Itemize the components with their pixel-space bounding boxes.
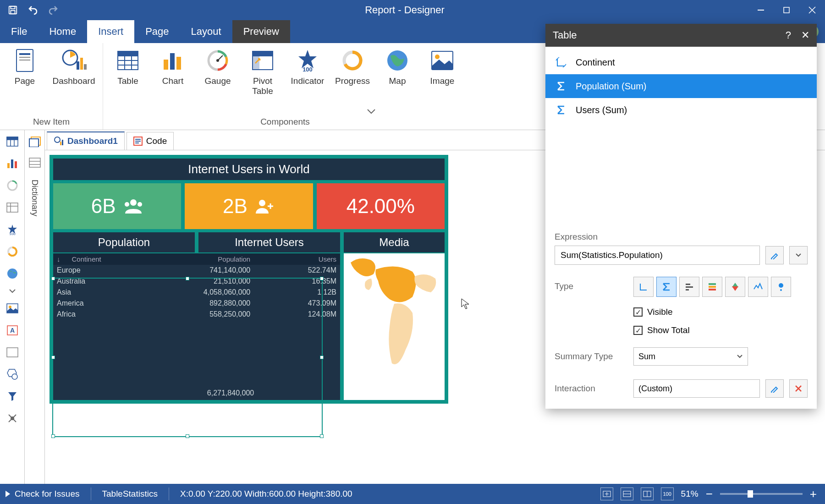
ribbon-dashboard[interactable]: Dashboard	[49, 43, 99, 86]
stats-table[interactable]: ↓ Continent Population Users Europe741,1…	[53, 253, 340, 400]
users-icon	[123, 198, 143, 214]
card-percent[interactable]: 42.00%	[317, 183, 445, 229]
view-mode-3[interactable]	[641, 488, 654, 500]
ribbon-map[interactable]: Map	[376, 43, 418, 96]
table-row[interactable]: Africa558,250,000124.08M	[53, 309, 340, 320]
field-list: Continent Population (Sum) Users (Sum)	[545, 47, 817, 126]
type-colorscale[interactable]	[702, 277, 722, 297]
tool-filter-icon[interactable]	[5, 389, 20, 404]
tab-insert[interactable]: Insert	[87, 20, 134, 43]
svg-marker-28	[298, 50, 317, 68]
visible-checkbox[interactable]: Visible	[633, 307, 673, 317]
svg-rect-73	[686, 284, 690, 285]
component-name: TableStatistics	[98, 489, 162, 499]
tool-progress-icon[interactable]	[5, 244, 20, 259]
panel-header[interactable]: Table ? ✕	[545, 24, 817, 47]
check-issues-button[interactable]: Check for Issues	[0, 489, 84, 499]
ribbon-image[interactable]: Image	[421, 43, 463, 96]
panel-help-icon[interactable]: ?	[786, 29, 791, 41]
panel-close-icon[interactable]: ✕	[801, 29, 809, 41]
field-users[interactable]: Users (Sum)	[545, 98, 817, 122]
ribbon-gauge[interactable]: Gauge	[197, 43, 239, 96]
view-mode-2[interactable]	[621, 488, 633, 500]
type-indicator[interactable]	[725, 277, 745, 297]
expression-dropdown-button[interactable]	[789, 246, 808, 264]
dictionary-tab[interactable]: Dictionary	[30, 176, 39, 216]
svg-rect-76	[709, 283, 716, 285]
ribbon-progress[interactable]: Progress	[331, 43, 374, 96]
redo-button[interactable]	[45, 2, 61, 18]
maximize-button[interactable]	[774, 0, 799, 20]
tool-globe-icon[interactable]	[5, 266, 20, 281]
tool-gauge-icon[interactable]	[5, 178, 20, 193]
undo-button[interactable]	[25, 2, 41, 18]
ribbon-pivot[interactable]: Pivot Table	[242, 43, 284, 96]
view-mode-4[interactable]: 100	[661, 488, 674, 500]
field-continent[interactable]: Continent	[545, 50, 817, 74]
field-population[interactable]: Population (Sum)	[545, 74, 817, 98]
tool-pivot-icon[interactable]	[5, 200, 20, 215]
doc-tab-code[interactable]: Code	[126, 132, 174, 150]
dashboard-title: Internet Users in World	[53, 159, 445, 180]
zoom-out-button[interactable]: −	[706, 487, 713, 501]
ribbon-table[interactable]: Table	[107, 43, 149, 96]
tool-more-icon[interactable]	[5, 288, 20, 294]
tool-panel-icon[interactable]	[5, 345, 20, 360]
ribbon-collapse-icon[interactable]	[367, 108, 376, 116]
type-sparkline[interactable]	[748, 277, 768, 297]
tool-chart-icon[interactable]	[5, 156, 20, 171]
map-component[interactable]	[344, 253, 445, 400]
summarytype-select[interactable]: Sum	[633, 347, 748, 366]
tool-table-icon[interactable]	[5, 134, 20, 149]
close-button[interactable]	[799, 0, 825, 20]
interaction-input[interactable]: (Custom)	[633, 379, 760, 398]
subhead-2: Media	[344, 232, 445, 252]
type-databars[interactable]	[679, 277, 699, 297]
type-bubble[interactable]	[771, 277, 791, 297]
svg-point-72	[259, 200, 265, 206]
doc-tab-dashboard[interactable]: Dashboard1	[47, 131, 125, 150]
tab-layout[interactable]: Layout	[180, 20, 232, 43]
dashboard-tab-icon	[54, 136, 64, 146]
view-mode-1[interactable]	[600, 488, 613, 500]
zoom-in-button[interactable]: +	[810, 487, 817, 501]
svg-rect-42	[7, 203, 18, 212]
card-population[interactable]: 6B	[53, 183, 181, 229]
table-row[interactable]: America892,880,000473.09M	[53, 298, 340, 309]
type-label: Type	[555, 281, 628, 291]
dashboard-surface[interactable]: Internet Users in World 6B 2B 42.00% Pop…	[50, 155, 448, 404]
tool-indicator-icon[interactable]: 100	[5, 222, 20, 237]
table-row[interactable]: Europe741,140,000522.74M	[53, 265, 340, 276]
user-add-icon	[255, 198, 275, 214]
zoom-slider[interactable]	[720, 493, 803, 495]
expression-edit-button[interactable]	[765, 246, 784, 264]
table-row[interactable]: Australia21,510,00016.35M	[53, 276, 340, 287]
showtotal-checkbox[interactable]: Show Total	[633, 325, 690, 335]
ribbon-indicator[interactable]: 100 Indicator	[286, 43, 329, 96]
card-users[interactable]: 2B	[185, 183, 313, 229]
tool-shape-icon[interactable]	[5, 367, 20, 382]
svg-rect-53	[7, 348, 18, 357]
tab-page[interactable]: Page	[134, 20, 180, 43]
tab-preview[interactable]: Preview	[232, 20, 290, 43]
dict-icon-2[interactable]	[27, 155, 43, 170]
interaction-clear-button[interactable]	[789, 379, 808, 398]
tool-text-icon[interactable]: A	[5, 323, 20, 338]
tool-image-icon[interactable]	[5, 301, 20, 316]
dict-icon-1[interactable]	[27, 134, 43, 149]
type-dimension[interactable]	[633, 277, 654, 297]
tool-settings-icon[interactable]	[5, 411, 20, 426]
ribbon-page[interactable]: Page	[4, 43, 46, 86]
tab-file[interactable]: File	[0, 20, 38, 43]
tab-home[interactable]: Home	[38, 20, 87, 43]
ribbon-chart[interactable]: Chart	[152, 43, 194, 96]
type-measure[interactable]	[656, 277, 676, 297]
interaction-edit-button[interactable]	[765, 379, 784, 398]
minimize-button[interactable]	[748, 0, 774, 20]
table-footer: 6,271,840,000	[53, 389, 340, 397]
table-row[interactable]: Asia4,058,060,0001.12B	[53, 287, 340, 298]
save-button[interactable]	[5, 2, 21, 18]
svg-rect-8	[19, 60, 30, 60]
svg-rect-38	[7, 163, 10, 168]
expression-input[interactable]: Sum(Statistics.Population)	[555, 246, 760, 265]
